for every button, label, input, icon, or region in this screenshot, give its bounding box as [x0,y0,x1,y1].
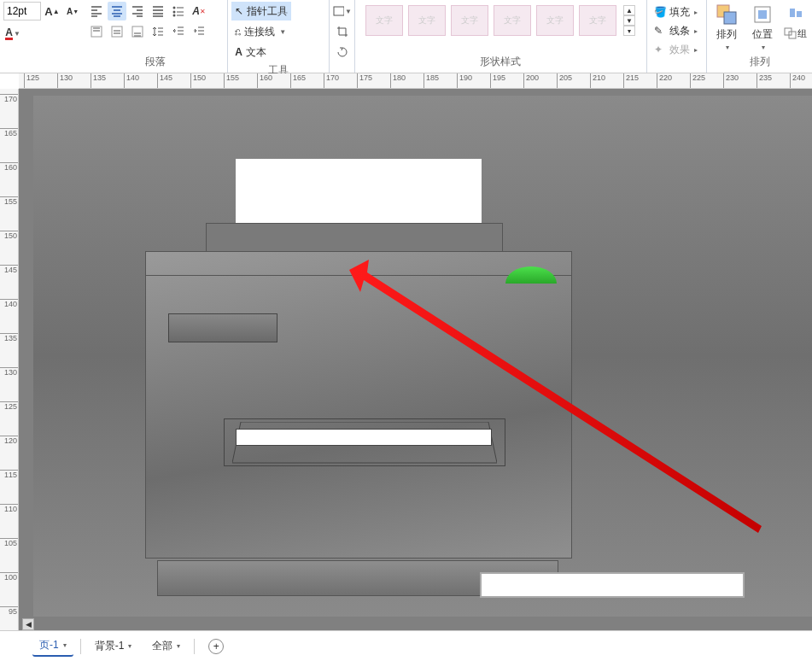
ruler-tick: 215 [623,73,639,89]
ruler-tick: 150 [0,231,19,240]
ruler-vertical: 1701651601551501451401351301251201151101… [0,89,19,630]
canvas[interactable] [19,89,812,630]
ruler-tick: 100 [0,572,19,582]
align-center-icon[interactable] [108,2,126,20]
ruler-tick: 190 [457,73,472,89]
svg-point-2 [173,15,176,17]
ruler-tick: 140 [124,73,139,89]
arrange-icon [716,3,738,26]
svg-rect-11 [790,9,795,17]
font-shrink-icon[interactable]: A▼ [63,2,82,20]
pencil-icon: ✎ [654,25,666,37]
effect-button[interactable]: ✦效果▸ [654,41,698,58]
bullets-icon[interactable] [169,2,188,20]
chevron-down-icon[interactable]: ▼ [623,15,635,26]
ruler-tick: 170 [324,73,339,89]
indent-increase-icon[interactable] [190,22,208,41]
align-left-icon[interactable] [87,2,106,20]
all-tab[interactable]: 全部▾ [145,636,187,657]
ruler-tick: 220 [657,73,672,89]
group-button[interactable]: 组 [782,24,809,43]
arrange-button[interactable]: 排列▾ [710,2,743,53]
ruler-tick: 185 [424,73,439,89]
style-swatch[interactable]: 文字 [365,5,403,36]
status-bar: 页-1▾ 背景-1▾ 全部▾ + [0,630,812,661]
ruler-tick: 95 [0,606,19,616]
ruler-tick: 150 [190,73,206,89]
style-swatch[interactable]: 文字 [579,5,616,36]
ruler-tick: 235 [757,73,772,89]
extra-tools: ▼ [330,0,355,73]
ruler-tick: 230 [723,73,739,89]
ruler-tick: 145 [157,73,172,89]
chevron-more-icon[interactable]: ▾ [623,26,635,36]
svg-rect-6 [334,7,344,15]
style-swatch[interactable]: 文字 [451,5,488,36]
style-swatch[interactable]: 文字 [494,5,531,36]
ruler-tick: 160 [257,73,272,89]
clear-format-icon[interactable]: A✕ [190,2,208,20]
background-tab[interactable]: 背景-1▾ [88,636,139,657]
printer-slot-inner[interactable] [236,429,492,446]
style-pager[interactable]: ▲ ▼ ▾ [623,5,635,36]
arrange-label: 排列 [710,53,809,73]
ruler-tick: 195 [490,73,505,89]
ruler-tick: 155 [224,73,239,89]
style-swatch[interactable]: 文字 [408,5,446,36]
font-color-button[interactable]: A▼ [3,24,22,43]
line-spacing-icon[interactable] [149,22,167,41]
text-tool-icon: A [235,46,242,58]
connector-tool-button[interactable]: ⎌ 连接线 ▼ [231,22,289,41]
pointer-icon: ↖ [235,5,243,17]
ruler-tick: 145 [0,265,19,274]
align-justify-icon[interactable] [149,2,167,20]
font-grow-icon[interactable]: A▲ [43,2,61,20]
tools-group: ↖ 指针工具 ⎌ 连接线 ▼ A 文本 工具 [228,0,330,73]
ruler-tick: 105 [0,538,19,547]
fill-button[interactable]: 🪣填充▸ [654,3,698,20]
indent-decrease-icon[interactable] [169,22,188,41]
scroll-left-icon[interactable]: ◀ [22,618,34,630]
ruler-tick: 125 [0,401,19,411]
ruler-tick: 130 [0,367,19,377]
connector-icon: ⎌ [235,26,241,38]
page-tab[interactable]: 页-1▾ [32,636,73,657]
position-button[interactable]: 位置▾ [746,2,779,53]
valign-middle-icon[interactable] [108,22,126,41]
shape-styles-group: 文字 文字 文字 文字 文字 文字 ▲ ▼ ▾ 形状样式 [355,0,647,73]
svg-point-0 [173,7,176,9]
ruler-tick: 155 [0,196,19,206]
ruler-tick: 170 [0,94,19,103]
format-group: 🪣填充▸ ✎线条▸ ✦效果▸ [647,0,707,73]
style-swatch[interactable]: 文字 [536,5,574,36]
ruler-tick: 225 [690,73,705,89]
ruler-tick: 165 [0,128,19,137]
add-page-button[interactable]: + [202,636,231,657]
align-right-icon[interactable] [128,2,147,20]
line-button[interactable]: ✎线条▸ [654,22,698,39]
valign-top-icon[interactable] [87,22,106,41]
text-tool-button[interactable]: A 文本 [231,43,270,61]
ruler-tick: 205 [557,73,572,89]
svg-point-1 [173,11,176,14]
ruler-tick: 210 [590,73,605,89]
font-group-label [3,56,80,73]
ruler-tick: 125 [24,73,39,89]
ribbon: A▲ A▼ A▼ A✕ [0,0,812,73]
valign-bottom-icon[interactable] [128,22,147,41]
printer-screen-shape[interactable] [168,313,277,342]
svg-rect-12 [797,11,802,17]
align-button[interactable] [782,3,809,22]
ruler-tick: 115 [0,470,19,479]
rect-tool-icon[interactable]: ▼ [333,2,352,20]
rotate-tool-icon[interactable] [333,43,352,61]
chevron-up-icon[interactable]: ▲ [623,5,635,15]
font-size-input[interactable] [3,2,41,20]
ruler-tick: 120 [0,436,19,445]
printer-body-shape[interactable] [145,251,572,559]
ruler-tick: 130 [57,73,73,89]
pointer-tool-button[interactable]: ↖ 指针工具 [231,2,291,20]
svg-rect-10 [758,10,767,19]
crop-tool-icon[interactable] [333,22,352,41]
printer-tray-white[interactable] [480,572,745,598]
